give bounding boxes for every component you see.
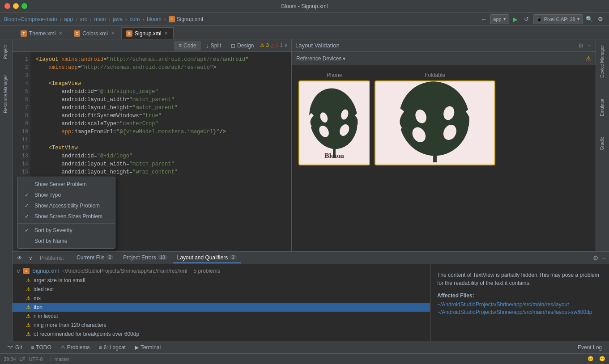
tab-current-file[interactable]: Current File 2 [72, 253, 118, 263]
design-tab-button[interactable]: ◻ Design [226, 41, 258, 51]
refresh-button[interactable]: ↺ [522, 14, 532, 24]
status-bar-right: 😊 😶 [588, 356, 605, 362]
back-button[interactable]: ← [479, 14, 489, 24]
settings-icon-button[interactable]: ⚙ [577, 41, 585, 50]
reference-devices-dropdown[interactable]: Reference Devices ▾ [296, 55, 345, 62]
reference-devices-label: Reference Devices [296, 55, 341, 62]
problem-row-4[interactable]: ⚠ tton [13, 303, 430, 312]
bottom-panel: 👁 ∨ Problems: Current File 2 Project Err… [13, 251, 609, 341]
bottom-panel-tabs: 👁 ∨ Problems: Current File 2 Project Err… [13, 252, 609, 264]
tab-theme-label: Theme.xml [29, 30, 55, 37]
git-tab[interactable]: ⌥ Git [4, 343, 26, 352]
menu-sort-severity[interactable]: ✓ Sort by Severity [17, 225, 115, 236]
problem-row-2[interactable]: ⚠ ided text [13, 285, 430, 294]
problem-row-7[interactable]: ⚠ ot recommended for breakpoints over 60… [13, 330, 430, 339]
problem-row-5[interactable]: ⚠ n in layout [13, 312, 430, 321]
current-file-badge: 2 [106, 255, 114, 260]
logcat-tab[interactable]: ≡ 6: Logcat [95, 343, 129, 352]
problem-count: 5 problems [194, 268, 220, 274]
sidebar-gradle[interactable]: Gradle [598, 133, 607, 154]
phone-preview: Phone [298, 72, 370, 245]
tab-signup-icon: S [126, 30, 132, 37]
menu-sort-name[interactable]: Sort by Name [17, 236, 115, 246]
tab-signup-xml[interactable]: S Signup.xml ✕ [121, 27, 174, 39]
menu-show-screen-sizes[interactable]: ✓ Show Screen Sizes Problem [17, 211, 115, 222]
problem-row-1[interactable]: ⚠ arget size is too small [13, 276, 430, 285]
breadcrumb-com[interactable]: com [130, 16, 140, 22]
event-log-button[interactable]: Event Log [574, 343, 605, 352]
chevron-down-icon3: ▾ [343, 55, 345, 62]
status-line-ending[interactable]: LF [20, 356, 26, 362]
git-icon: ⌥ [7, 344, 13, 351]
settings-button[interactable]: ⚙ [596, 14, 605, 24]
breadcrumb-bloom[interactable]: bloom [147, 16, 162, 22]
navigation-arrows[interactable]: 1 ∨ [280, 42, 288, 48]
breadcrumb-java[interactable]: java [113, 16, 123, 22]
affected-link-2[interactable]: ~/AndroidStudioProjects/Shrine/app/src/m… [437, 309, 602, 315]
tab-theme-icon: T [21, 30, 27, 37]
split-tab-button[interactable]: ⫿ Split [202, 41, 226, 51]
breadcrumb-file[interactable]: Signup.xml [177, 16, 203, 22]
tab-signup-close[interactable]: ✕ [163, 30, 169, 36]
terminal-icon: ▶ [135, 344, 139, 351]
tab-project-errors[interactable]: Project Errors 10 [119, 253, 171, 263]
editor-tabs: T Theme.xml ✕ C Colors.xml ✕ S Signup.xm… [0, 26, 609, 39]
tab-colors-label: Colors.xml [82, 30, 108, 37]
status-encoding[interactable]: UTF-8 [29, 356, 43, 362]
collapse-all-icon[interactable]: ∨ [26, 253, 35, 263]
sidebar-device-manager[interactable]: Device Manager [598, 42, 607, 81]
sidebar-project[interactable]: Project [1, 42, 11, 63]
app-dropdown[interactable]: app ▾ [490, 14, 509, 24]
terminal-tab[interactable]: ▶ Terminal [131, 343, 164, 352]
svg-rect-13 [433, 154, 437, 163]
foldable-preview: Foldable [375, 72, 495, 245]
tab-colors-close[interactable]: ✕ [110, 30, 115, 36]
file-icon-small: X [23, 268, 30, 274]
collapse-button[interactable]: − [587, 41, 592, 50]
todo-tab[interactable]: ≡ TODO [27, 343, 55, 352]
split-icon: ⫿ [206, 42, 209, 49]
search-button[interactable]: 🔍 [584, 14, 594, 24]
menu-show-typo[interactable]: ✓ Show Typo [17, 190, 115, 200]
bottom-settings-button[interactable]: ⚙ [592, 254, 600, 262]
sidebar-emulator[interactable]: Emulator [598, 95, 607, 120]
status-branch[interactable]: master [55, 356, 70, 362]
emoji-neutral-icon[interactable]: 😶 [599, 356, 605, 362]
breadcrumb-src[interactable]: src [80, 16, 87, 22]
emoji-happy-icon[interactable]: 😊 [588, 356, 594, 362]
tab-theme-close[interactable]: ✕ [58, 30, 63, 36]
editor-toolbar: ≡ Code ⫿ Split ◻ Design ⚠ 3 △ 1 [13, 39, 291, 52]
problem-row-3[interactable]: ⚠ ms [13, 294, 430, 303]
tab-colors-xml[interactable]: C Colors.xml ✕ [69, 27, 120, 39]
logcat-icon: ≡ [99, 344, 102, 351]
device-dropdown[interactable]: 📱 Pixel C API 28 ▾ [533, 14, 583, 24]
status-position[interactable]: 39:34 [4, 356, 16, 362]
affected-link-1[interactable]: ~/AndroidStudioProjects/Shrine/app/src/m… [437, 301, 602, 308]
warn-icon-4: ⚠ [26, 304, 31, 310]
run-button[interactable]: ▶ [511, 14, 520, 24]
window-title: Bloom - Signup.xml [281, 3, 328, 9]
close-button[interactable] [4, 3, 10, 9]
filter-icon[interactable]: 👁 [15, 253, 25, 263]
sidebar-resource-manager[interactable]: Resource Manager [1, 72, 11, 117]
phone-frame: Bloom [298, 80, 370, 165]
code-tab-button[interactable]: ≡ Code [174, 41, 201, 51]
bottom-collapse-button[interactable]: − [601, 254, 607, 262]
breadcrumb-main[interactable]: main [94, 16, 106, 22]
right-panel: Layout Validation ⚙ − Reference Devices … [291, 39, 596, 251]
problems-tab[interactable]: ⚠ Problems [57, 343, 94, 352]
maximize-button[interactable] [21, 3, 27, 9]
bottom-bar-right: Event Log [574, 343, 605, 352]
tab-layout-qualifiers[interactable]: Layout and Qualifiers 3 [173, 253, 241, 263]
minimize-button[interactable] [13, 3, 19, 9]
warn-icon-2: ⚠ [26, 286, 31, 292]
reference-devices-bar: Reference Devices ▾ ⚠ [292, 52, 596, 65]
expand-icon[interactable]: ∨ [16, 267, 21, 275]
breadcrumb-project[interactable]: Bloom-Compose-main [4, 16, 57, 22]
breadcrumb-app[interactable]: app [64, 16, 73, 22]
menu-show-server-problem[interactable]: Show Server Problem [17, 179, 115, 190]
tab-theme-xml[interactable]: T Theme.xml ✕ [16, 27, 68, 39]
problem-row-6[interactable]: ⚠ ning more than 120 characters [13, 321, 430, 330]
affected-files-title: Affected Files: [437, 292, 602, 299]
menu-show-accessibility[interactable]: ✓ Show Accessibility Problem [17, 200, 115, 211]
